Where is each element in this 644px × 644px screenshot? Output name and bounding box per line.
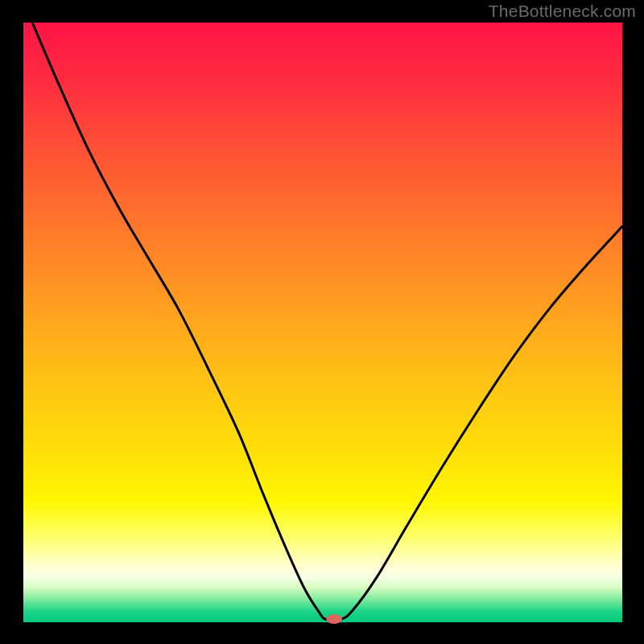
optimal-point-marker bbox=[326, 614, 342, 624]
chart-background bbox=[23, 23, 622, 622]
bottleneck-chart bbox=[0, 0, 644, 644]
watermark-text: TheBottleneck.com bbox=[489, 2, 636, 21]
